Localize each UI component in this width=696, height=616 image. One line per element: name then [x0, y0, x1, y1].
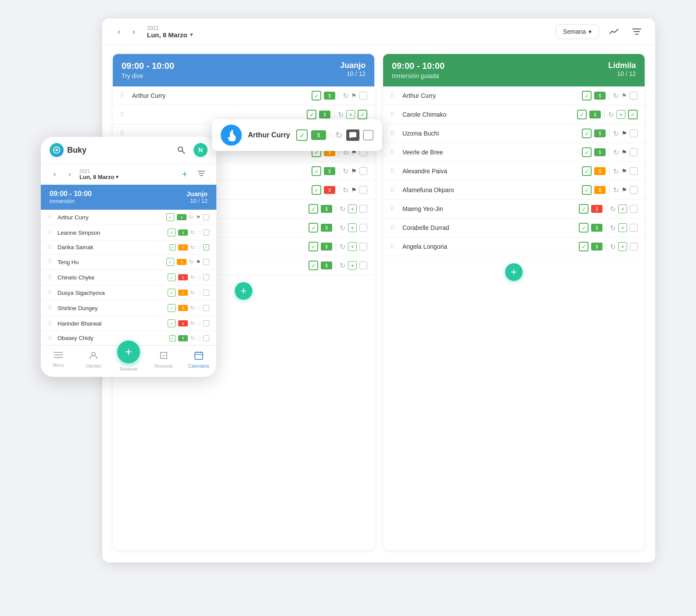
check-icon-2[interactable]: ✓: [358, 110, 367, 119]
check-icon[interactable]: ✓: [312, 166, 321, 176]
check-icon[interactable]: ✓: [309, 261, 318, 270]
refresh-icon[interactable]: ↻: [613, 167, 619, 175]
drag-handle-icon[interactable]: ⠿: [390, 130, 399, 137]
drag-handle-icon[interactable]: ⠿: [390, 205, 399, 212]
mobile-search-button[interactable]: [174, 143, 188, 157]
check-icon[interactable]: ✓: [309, 242, 318, 251]
payment-icon[interactable]: $: [591, 205, 603, 213]
flag-icon[interactable]: ⚑: [621, 168, 627, 175]
drag-handle-icon[interactable]: ⠿: [48, 335, 55, 341]
payment-icon[interactable]: $: [594, 129, 606, 137]
drag-handle-icon[interactable]: ⠿: [48, 229, 55, 236]
chart-icon[interactable]: [606, 24, 622, 39]
flag-icon[interactable]: ⚑: [621, 130, 627, 137]
refresh-icon[interactable]: ↻: [189, 214, 194, 220]
refresh-icon[interactable]: ↻: [190, 290, 195, 296]
payment-icon[interactable]: $: [178, 229, 188, 236]
drag-handle-icon[interactable]: ⠿: [48, 259, 55, 265]
semana-selector[interactable]: Semana ▾: [556, 24, 599, 39]
flag-icon[interactable]: □: [197, 290, 201, 295]
plus-icon[interactable]: +: [618, 204, 627, 213]
payment-icon[interactable]: $: [324, 186, 335, 194]
refresh-icon[interactable]: ↻: [343, 167, 348, 175]
payment-icon[interactable]: $: [178, 290, 188, 296]
select-checkbox[interactable]: [630, 129, 638, 137]
check-icon[interactable]: ✓: [582, 129, 592, 138]
select-checkbox[interactable]: [203, 259, 209, 265]
payment-icon[interactable]: $: [594, 167, 606, 175]
select-checkbox[interactable]: [630, 205, 638, 213]
refresh-icon[interactable]: ↻: [610, 243, 616, 251]
check-icon-2[interactable]: ✓: [628, 110, 638, 119]
payment-icon[interactable]: $: [178, 274, 188, 280]
select-checkbox[interactable]: [359, 261, 367, 269]
drag-handle-icon[interactable]: ⠿: [48, 274, 55, 280]
flag-icon[interactable]: ⚑: [196, 259, 201, 265]
drag-handle-icon[interactable]: ⠿: [390, 186, 399, 193]
plus-icon[interactable]: +: [348, 204, 357, 213]
refresh-icon[interactable]: ↻: [190, 244, 195, 251]
drag-handle-icon[interactable]: ⠿: [48, 305, 55, 311]
select-checkbox[interactable]: [630, 92, 638, 100]
check-icon[interactable]: ✓: [579, 223, 588, 233]
refresh-icon[interactable]: ↻: [189, 259, 194, 265]
drag-handle-icon[interactable]: ⠿: [120, 92, 129, 99]
tooltip-refresh-icon[interactable]: ↻: [335, 130, 343, 140]
payment-icon[interactable]: $: [177, 214, 187, 220]
check-icon[interactable]: ✓: [312, 91, 321, 100]
check-icon[interactable]: ✓: [168, 229, 176, 236]
nav-item-clientes[interactable]: Clientes: [76, 349, 111, 373]
drag-handle-icon[interactable]: ⠿: [48, 244, 55, 251]
select-checkbox[interactable]: [359, 186, 367, 194]
refresh-icon[interactable]: ↻: [613, 148, 619, 157]
plus-icon[interactable]: +: [346, 110, 355, 119]
tooltip-payment-icon[interactable]: $: [311, 130, 326, 140]
payment-icon[interactable]: $: [594, 186, 606, 194]
drag-handle-icon[interactable]: ⠿: [390, 224, 399, 231]
flag-icon[interactable]: ⚑: [196, 215, 201, 220]
fab-add-button[interactable]: +: [117, 340, 140, 363]
select-checkbox[interactable]: [630, 243, 638, 251]
check-icon[interactable]: ✓: [169, 244, 176, 251]
check-icon[interactable]: ✓: [309, 223, 318, 233]
check-icon[interactable]: ✓: [582, 91, 592, 100]
payment-icon[interactable]: $: [589, 111, 601, 118]
refresh-icon[interactable]: ↻: [340, 243, 345, 251]
select-checkbox[interactable]: [359, 167, 367, 175]
mobile-add-session-button[interactable]: +: [179, 168, 191, 180]
drag-handle-icon[interactable]: ⠿: [48, 214, 55, 220]
drag-handle-icon[interactable]: ⠿: [120, 111, 129, 118]
refresh-icon[interactable]: ↻: [190, 320, 195, 326]
refresh-icon[interactable]: ↻: [343, 186, 348, 194]
drag-handle-icon[interactable]: ⠿: [48, 320, 55, 326]
check-icon[interactable]: ✓: [577, 110, 587, 119]
flag-icon[interactable]: □: [197, 275, 201, 280]
select-checkbox[interactable]: [203, 290, 209, 296]
plus-icon[interactable]: +: [348, 261, 357, 270]
refresh-icon[interactable]: ↻: [610, 224, 616, 232]
add-participant-button[interactable]: +: [235, 282, 252, 300]
plus-icon[interactable]: +: [618, 223, 627, 232]
check-icon[interactable]: ✓: [166, 213, 174, 221]
flag-icon[interactable]: □: [197, 336, 201, 341]
select-checkbox[interactable]: [359, 243, 367, 251]
select-checkbox[interactable]: [203, 214, 209, 220]
payment-icon[interactable]: $: [321, 261, 332, 269]
flag-icon[interactable]: ⚑: [621, 92, 627, 99]
refresh-icon[interactable]: ↻: [190, 229, 195, 236]
drag-handle-icon[interactable]: ⠿: [390, 149, 399, 156]
drag-handle-icon[interactable]: ⠿: [48, 290, 55, 296]
payment-icon[interactable]: $: [178, 244, 188, 251]
plus-icon[interactable]: +: [618, 242, 627, 251]
check-icon[interactable]: ✓: [166, 258, 174, 266]
payment-icon[interactable]: $: [594, 148, 606, 156]
drag-handle-icon[interactable]: ⠿: [390, 243, 399, 250]
nav-item-menu[interactable]: Menu: [41, 349, 76, 373]
refresh-icon[interactable]: ↻: [340, 224, 345, 232]
tooltip-select-checkbox[interactable]: [363, 130, 373, 140]
select-checkbox[interactable]: [203, 320, 209, 326]
check-icon[interactable]: ✓: [579, 204, 588, 214]
select-checkbox[interactable]: [630, 186, 638, 194]
payment-icon[interactable]: $: [177, 259, 187, 265]
select-checkbox[interactable]: [203, 305, 209, 311]
